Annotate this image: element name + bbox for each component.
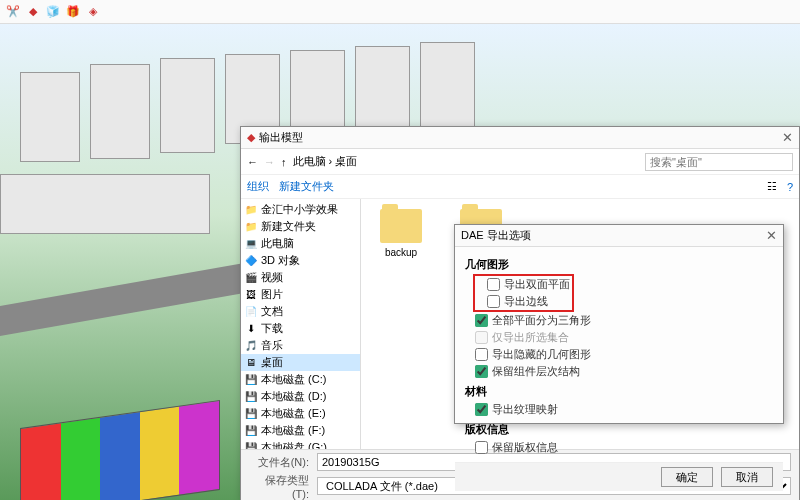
opt-selection-only xyxy=(475,331,488,344)
tree-item[interactable]: 📁新建文件夹 xyxy=(241,218,360,235)
filename-label: 文件名(N): xyxy=(249,455,309,470)
opt-two-sided[interactable] xyxy=(487,278,500,291)
tree-item[interactable]: 💾本地磁盘 (F:) xyxy=(241,422,360,439)
folder-icon: 💾 xyxy=(245,374,257,386)
breadcrumb[interactable]: 此电脑 › 桌面 xyxy=(293,154,358,169)
scissors-icon[interactable]: ✂️ xyxy=(6,5,20,19)
nav-fwd-icon[interactable]: → xyxy=(264,156,275,168)
tree-item[interactable]: 💾本地磁盘 (E:) xyxy=(241,405,360,422)
folder-icon: 💻 xyxy=(245,238,257,250)
tree-item[interactable]: 🖥桌面 xyxy=(241,354,360,371)
folder-icon: ⬇ xyxy=(245,323,257,335)
folder-icon: 📄 xyxy=(245,306,257,318)
opt-hidden-geometry[interactable] xyxy=(475,348,488,361)
folder-icon: 📁 xyxy=(245,221,257,233)
options-dialog-titlebar[interactable]: DAE 导出选项 ✕ xyxy=(455,225,783,247)
organize-menu[interactable]: 组织 xyxy=(247,179,269,194)
folder-icon: 💾 xyxy=(245,442,257,450)
filetype-label: 保存类型(T): xyxy=(249,473,309,500)
tree-item[interactable]: 🎵音乐 xyxy=(241,337,360,354)
close-icon[interactable]: ✕ xyxy=(766,228,777,243)
opt-texture-maps[interactable] xyxy=(475,403,488,416)
export-dialog-titlebar[interactable]: ◆ 输出模型 ✕ xyxy=(241,127,799,149)
group-material: 材料 xyxy=(465,384,773,399)
diamond-red-icon[interactable]: ◆ xyxy=(26,5,40,19)
tree-item[interactable]: 🖼图片 xyxy=(241,286,360,303)
highlight-annotation: 导出双面平面 导出边线 xyxy=(473,274,574,312)
search-input[interactable] xyxy=(645,153,793,171)
opt-credits[interactable] xyxy=(475,441,488,454)
folder-icon: 📁 xyxy=(245,204,257,216)
folder-icon: 🖼 xyxy=(245,289,257,301)
opt-preserve-hierarchy[interactable] xyxy=(475,365,488,378)
gem-icon[interactable]: ◈ xyxy=(86,5,100,19)
address-bar: ← → ↑ 此电脑 › 桌面 xyxy=(241,149,799,175)
group-copyright: 版权信息 xyxy=(465,422,773,437)
folder-icon xyxy=(380,209,422,243)
folder-icon: 🖥 xyxy=(245,357,257,369)
gift-icon[interactable]: 🎁 xyxy=(66,5,80,19)
tree-item[interactable]: 💻此电脑 xyxy=(241,235,360,252)
file-item[interactable]: backup xyxy=(371,209,431,258)
export-dialog-title: 输出模型 xyxy=(259,130,303,145)
app-ruby-icon: ◆ xyxy=(247,131,255,144)
folder-icon: 💾 xyxy=(245,425,257,437)
opt-export-edges[interactable] xyxy=(487,295,500,308)
folder-icon: 🎬 xyxy=(245,272,257,284)
cancel2-button[interactable]: 取消 xyxy=(721,467,773,487)
dialog-toolbar: 组织 新建文件夹 ☷ ? xyxy=(241,175,799,199)
tree-item[interactable]: 🔷3D 对象 xyxy=(241,252,360,269)
tree-item[interactable]: 📁金汇中小学效果 xyxy=(241,201,360,218)
ok-button[interactable]: 确定 xyxy=(661,467,713,487)
nav-up-icon[interactable]: ↑ xyxy=(281,156,287,168)
tree-item[interactable]: 📄文档 xyxy=(241,303,360,320)
cube-icon[interactable]: 🧊 xyxy=(46,5,60,19)
folder-icon: 💾 xyxy=(245,391,257,403)
close-icon[interactable]: ✕ xyxy=(782,130,793,145)
app-toolbar: ✂️ ◆ 🧊 🎁 ◈ xyxy=(0,0,800,24)
view-icon[interactable]: ☷ xyxy=(767,180,777,193)
tree-item[interactable]: 💾本地磁盘 (D:) xyxy=(241,388,360,405)
group-geometry: 几何图形 xyxy=(465,257,773,272)
folder-icon: 🔷 xyxy=(245,255,257,267)
options-dialog-title: DAE 导出选项 xyxy=(461,228,531,243)
tree-item[interactable]: 💾本地磁盘 (G:) xyxy=(241,439,360,449)
tree-item[interactable]: 💾本地磁盘 (C:) xyxy=(241,371,360,388)
tree-item[interactable]: ⬇下载 xyxy=(241,320,360,337)
folder-icon: 💾 xyxy=(245,408,257,420)
folder-tree[interactable]: 📁金汇中小学效果📁新建文件夹💻此电脑🔷3D 对象🎬视频🖼图片📄文档⬇下载🎵音乐🖥… xyxy=(241,199,361,449)
newfolder-button[interactable]: 新建文件夹 xyxy=(279,179,334,194)
tree-item[interactable]: 🎬视频 xyxy=(241,269,360,286)
help-icon[interactable]: ? xyxy=(787,181,793,193)
dae-options-dialog: DAE 导出选项 ✕ 几何图形 导出双面平面 导出边线 全部平面分为三角形 仅导… xyxy=(454,224,784,424)
opt-triangulate[interactable] xyxy=(475,314,488,327)
nav-back-icon[interactable]: ← xyxy=(247,156,258,168)
folder-icon: 🎵 xyxy=(245,340,257,352)
